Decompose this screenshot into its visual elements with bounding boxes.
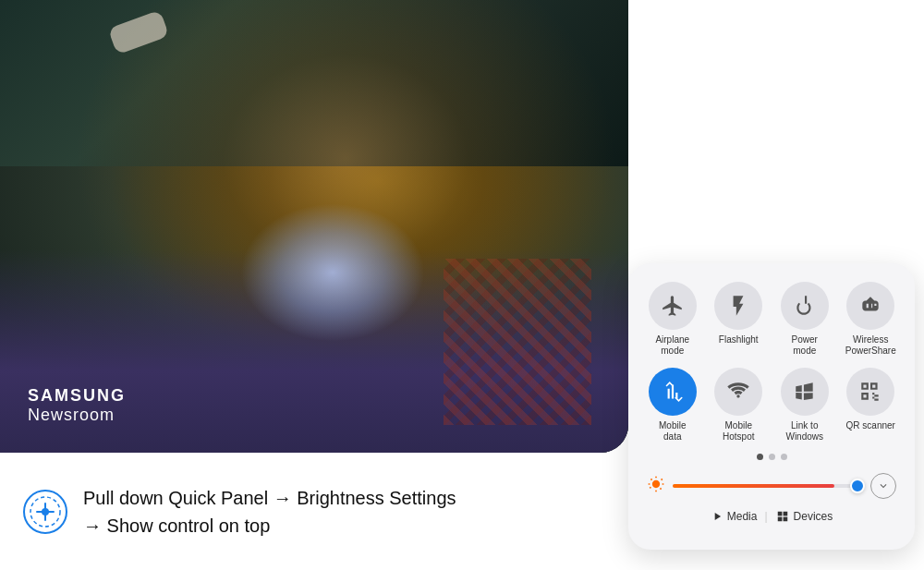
quick-panel: Airplanemode Flashlight Powermode [628,263,915,550]
link-windows-label: Link toWindows [785,420,823,443]
newsroom-text: Newsroom [28,406,126,425]
separator: | [764,510,767,523]
instruction-bar: Pull down Quick Panel → Brightness Setti… [0,453,628,570]
media-button[interactable]: Media [711,510,758,523]
dot-3 [781,454,787,460]
svg-rect-3 [777,512,782,516]
svg-rect-4 [783,512,787,516]
hotspot-label: MobileHotspot [723,420,754,443]
quick-panel-row1: Airplanemode Flashlight Powermode [643,282,900,357]
devices-label: Devices [794,510,833,523]
phone-glow [240,203,425,342]
media-label: Media [727,510,758,523]
gesture-icon [22,489,68,535]
samsung-logo: SAMSUNG Newsroom [28,387,126,425]
airplane-button[interactable] [649,282,697,330]
brightness-row [643,473,900,499]
instruction-text-block: Pull down Quick Panel → Brightness Setti… [83,484,606,540]
brightness-fill [673,484,834,488]
link-windows-item: Link toWindows [775,368,834,443]
power-item: Powermode [775,282,834,357]
qr-scanner-item: QR scanner [842,368,901,443]
flashlight-button[interactable] [714,282,762,330]
wireless-label: WirelessPowerShare [845,334,896,357]
dot-1 [757,454,763,460]
instruction-line1: Pull down Quick Panel → Brightness Setti… [83,484,606,512]
media-devices-row: Media | Devices [643,510,900,523]
power-button[interactable] [781,282,829,330]
power-label: Powermode [792,334,818,357]
mobile-data-label: Mobiledata [659,420,686,443]
brightness-thumb[interactable] [850,479,865,493]
link-windows-button[interactable] [781,368,829,416]
mobile-data-item: Mobiledata [643,368,702,443]
svg-rect-5 [777,517,782,522]
main-container: SAMSUNG Newsroom Pull down Quick Panel →… [0,0,924,570]
devices-button[interactable]: Devices [775,510,833,523]
page-dots [643,454,900,460]
samsung-text: SAMSUNG [28,387,126,406]
quick-panel-row2: Mobiledata MobileHotspot Link toWindows [643,368,900,443]
wireless-share-button[interactable] [846,282,894,330]
svg-point-2 [42,508,49,515]
qr-scanner-button[interactable] [846,368,894,416]
hotspot-item: MobileHotspot [710,368,769,443]
brightness-sun-icon [647,475,665,497]
qr-scanner-label: QR scanner [846,420,895,431]
flashlight-item: Flashlight [710,282,769,357]
photo-section: SAMSUNG Newsroom [0,0,628,453]
flashlight-label: Flashlight [719,334,759,346]
airplane-label: Airplanemode [655,334,689,357]
hotspot-button[interactable] [714,368,762,416]
mobile-data-button[interactable] [649,368,697,416]
brightness-track[interactable] [673,484,863,488]
instruction-line2: → Show control on top [83,512,606,540]
svg-rect-6 [783,517,787,522]
brightness-expand-button[interactable] [870,473,896,499]
airplane-item: Airplanemode [643,282,702,357]
photo-background [0,0,628,453]
dot-2 [769,454,775,460]
wireless-share-item: WirelessPowerShare [842,282,901,357]
